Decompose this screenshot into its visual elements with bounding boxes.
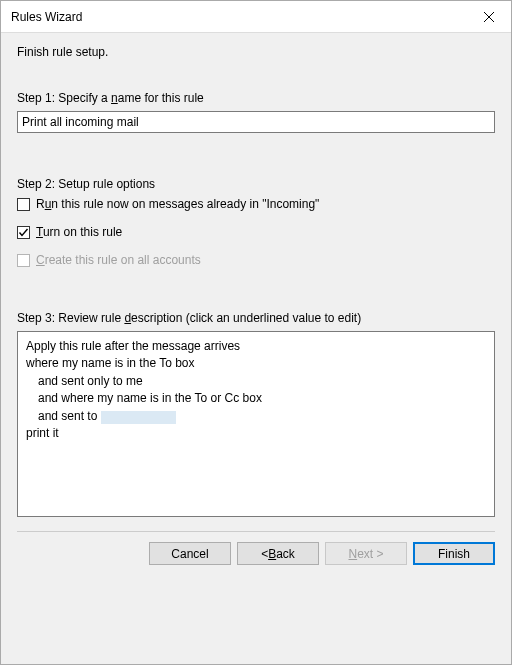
cancel-button[interactable]: Cancel xyxy=(149,542,231,565)
checkbox-turn-on[interactable]: Turn on this rule xyxy=(17,225,495,239)
close-icon xyxy=(484,12,494,22)
window-title: Rules Wizard xyxy=(11,10,466,24)
separator xyxy=(17,531,495,532)
step3-label: Step 3: Review rule description (click a… xyxy=(17,311,495,325)
step1-label: Step 1: Specify a name for this rule xyxy=(17,91,495,105)
checkbox-label: Turn on this rule xyxy=(36,225,122,239)
rule-name-input[interactable] xyxy=(17,111,495,133)
desc-line: where my name is in the To box xyxy=(26,355,486,372)
desc-line: and sent to xyxy=(26,408,486,425)
step2-label: Step 2: Setup rule options xyxy=(17,177,495,191)
checkbox-label: Create this rule on all accounts xyxy=(36,253,201,267)
back-button[interactable]: < Back xyxy=(237,542,319,565)
finish-button[interactable]: Finish xyxy=(413,542,495,565)
content-area: Finish rule setup. Step 1: Specify a nam… xyxy=(1,33,511,664)
next-button: Next > xyxy=(325,542,407,565)
desc-line: Apply this rule after the message arrive… xyxy=(26,338,486,355)
button-row: Cancel < Back Next > Finish xyxy=(17,542,495,569)
checkbox-icon xyxy=(17,198,30,211)
checkbox-icon xyxy=(17,226,30,239)
page-heading: Finish rule setup. xyxy=(17,45,495,59)
close-button[interactable] xyxy=(466,1,511,33)
checkbox-icon xyxy=(17,254,30,267)
checkbox-all-accounts: Create this rule on all accounts xyxy=(17,253,495,267)
desc-line: print it xyxy=(26,425,486,442)
checkbox-label: Run this rule now on messages already in… xyxy=(36,197,319,211)
checkbox-run-now[interactable]: Run this rule now on messages already in… xyxy=(17,197,495,211)
rule-description-box[interactable]: Apply this rule after the message arrive… xyxy=(17,331,495,517)
desc-line: and where my name is in the To or Cc box xyxy=(26,390,486,407)
titlebar: Rules Wizard xyxy=(1,1,511,33)
rules-wizard-window: Rules Wizard Finish rule setup. Step 1: … xyxy=(0,0,512,665)
desc-line: and sent only to me xyxy=(26,373,486,390)
redacted-recipient[interactable] xyxy=(101,411,176,424)
